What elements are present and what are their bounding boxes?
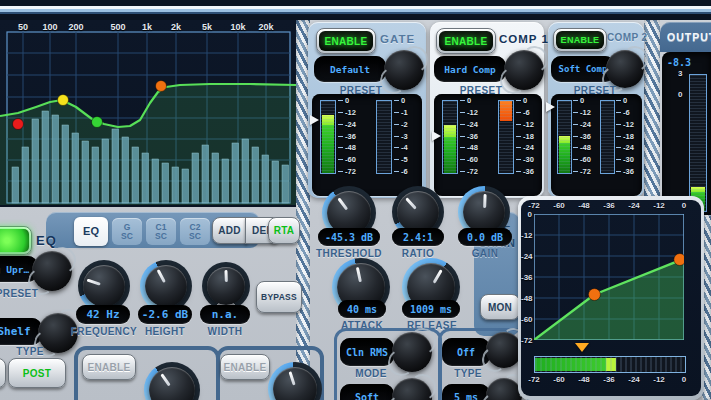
post-button[interactable]: POST	[8, 358, 66, 388]
sc-axis-label: -12	[653, 201, 665, 210]
gate-enable-label: ENABLE	[319, 31, 373, 51]
sc-point-2[interactable]	[674, 254, 684, 266]
gain-value[interactable]: 0.0 dB	[458, 228, 512, 246]
band2-enable-button[interactable]: ENABLE	[220, 354, 270, 380]
eq-band4-dot[interactable]	[156, 81, 167, 92]
top-frame-band	[0, 0, 711, 20]
mode-display[interactable]: Cln RMS	[340, 338, 394, 366]
eq-band3-dot[interactable]	[92, 117, 103, 128]
sc-axis-label: -24	[628, 201, 640, 210]
comp1-enable-label: ENABLE	[439, 31, 493, 51]
comp2-enable-button[interactable]: ENABLE	[553, 28, 607, 52]
sc-axis-label: -72	[528, 375, 540, 384]
width-value[interactable]: n.a.	[200, 305, 250, 324]
gate-preset-knob[interactable]	[384, 50, 424, 90]
comp1-input-scale: 0-12-24-36-48-60-72	[460, 96, 480, 176]
freq-tick-500: 500	[110, 22, 125, 32]
output-readout: -8.3	[667, 57, 691, 68]
gate-reduction-meter	[376, 100, 392, 174]
sidechain-graph-panel[interactable]: -72-60-48-36-24-120-72-60-48-36-24-1200-…	[521, 200, 701, 396]
threshold-value[interactable]: -45.3 dB	[318, 228, 380, 246]
eq-graph-panel[interactable]: 501002005001k2k5k10k20k	[0, 20, 296, 207]
output-meter	[689, 74, 707, 212]
comp2-input-scale: 0-12-24-36-48-60-72	[573, 96, 593, 176]
tab-comp2-sidechain[interactable]: C2SC	[180, 218, 210, 245]
freq-tick-100: 100	[42, 22, 57, 32]
sc-axis-label: -36	[521, 273, 532, 282]
divider-output	[644, 20, 660, 214]
tab-comp1-sidechain[interactable]: C1SC	[146, 218, 176, 245]
freq-tick-50: 50	[18, 22, 28, 32]
sc-axis-label: -60	[521, 315, 532, 324]
output-scale-0: 0	[678, 90, 682, 99]
comp1-preset-display[interactable]: Hard Comp	[434, 56, 506, 82]
enable-led	[0, 229, 29, 252]
comp2-title: COMP 2	[607, 32, 648, 43]
band1-enable-button[interactable]: ENABLE	[82, 354, 136, 380]
gate-threshold-marker[interactable]	[310, 115, 319, 125]
gate-reduction-scale: 0-1-2-3-4-5-6	[394, 96, 414, 176]
tab-eq[interactable]: EQ	[74, 217, 108, 246]
height-label: HEIGHT	[140, 326, 190, 337]
sc-axis-label: -12	[521, 231, 532, 240]
tab-gate-sidechain[interactable]: GSC	[112, 218, 142, 245]
sc-axis-label: -60	[553, 375, 565, 384]
comp2-reduction-scale: 0-6-12-18-24-30-36	[616, 96, 640, 176]
comp1-threshold-marker[interactable]	[432, 131, 441, 141]
comp1-enable-button[interactable]: ENABLE	[436, 28, 496, 54]
freq-tick-20k: 20k	[258, 22, 273, 32]
sc-point-1[interactable]	[588, 289, 600, 301]
frequency-value[interactable]: 42 Hz	[76, 305, 130, 324]
attack-value[interactable]: 40 ms	[338, 300, 386, 318]
eq-preset-label: PRESET	[0, 288, 40, 299]
eq-graph[interactable]	[0, 20, 296, 207]
freq-tick-2k: 2k	[171, 22, 181, 32]
sc-axis-label: -24	[628, 375, 640, 384]
threshold-label: THRESHOLD	[308, 248, 390, 259]
lookahead-display[interactable]: 5 ms	[442, 384, 490, 400]
comp2-enable-label: ENABLE	[556, 31, 604, 49]
freq-tick-200: 200	[68, 22, 83, 32]
add-band-button[interactable]: ADD	[212, 217, 247, 244]
bypass-button[interactable]: BYPASS	[256, 281, 302, 313]
sidechain-monitor-button[interactable]: MON	[480, 294, 520, 320]
eq-section-title: EQ	[36, 233, 57, 248]
height-value[interactable]: -2.6 dB	[138, 305, 192, 324]
eq-enable-button[interactable]	[0, 226, 32, 255]
eq-frequency-axis: 501002005001k2k5k10k20k	[0, 22, 296, 36]
gate-enable-button[interactable]: ENABLE	[316, 28, 376, 54]
type-knob[interactable]	[486, 332, 522, 368]
sc-axis-label: -12	[653, 375, 665, 384]
lookahead-knob[interactable]	[486, 378, 522, 400]
comp2-preset-knob[interactable]	[606, 50, 644, 88]
comp1-reduction-scale: 0-6-12-18-24-30-36	[516, 96, 540, 176]
pre-button-fragment[interactable]	[0, 358, 6, 388]
sidechain-threshold-marker[interactable]	[575, 343, 589, 352]
mode-knob[interactable]	[392, 332, 432, 372]
eq-band2-dot[interactable]	[58, 95, 69, 106]
knee-display[interactable]: Soft	[340, 384, 394, 400]
release-value[interactable]: 1009 ms	[402, 300, 460, 318]
comp1-preset-knob[interactable]	[504, 50, 544, 90]
sc-axis-label: -60	[553, 201, 565, 210]
sidechain-transfer-graph[interactable]	[534, 214, 684, 340]
gate-input-scale: 0-12-24-36-48-60-72	[338, 96, 358, 176]
sc-axis-label: -48	[521, 294, 532, 303]
gate-preset-display[interactable]: Default	[314, 56, 386, 82]
eq-band1-dot[interactable]	[13, 119, 24, 130]
eq-preset-knob[interactable]	[32, 251, 72, 291]
sc-axis-label: -72	[521, 336, 532, 345]
sc-axis-label: -36	[603, 201, 615, 210]
width-knob[interactable]	[202, 262, 250, 310]
comp2-input-meter	[557, 100, 572, 174]
comp1-title: COMP 1	[499, 33, 549, 45]
ratio-value[interactable]: 2.4:1	[392, 228, 444, 246]
comp2-threshold-marker[interactable]	[546, 102, 555, 112]
mode-label: MODE	[346, 368, 396, 379]
sc-axis-label: -72	[528, 201, 540, 210]
eq-type-label: TYPE	[10, 346, 50, 357]
sc-axis-label: 0	[682, 201, 686, 210]
rta-button[interactable]: RTA	[268, 217, 300, 244]
width-label: WIDTH	[198, 326, 252, 337]
sc-axis-label: -48	[578, 201, 590, 210]
